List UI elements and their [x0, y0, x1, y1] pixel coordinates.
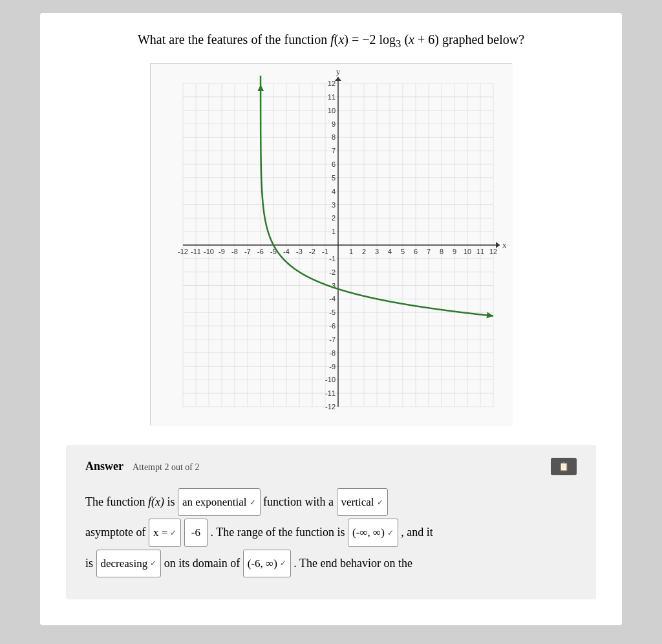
range-dropdown[interactable]: (-∞, ∞) ✓: [348, 519, 398, 546]
line3-end: . The end behavior on the: [294, 557, 412, 570]
line3-start: is: [85, 557, 96, 570]
hint-button[interactable]: 📋: [551, 458, 577, 475]
answer-line-3: is decreasing ✓ on its domain of (-6, ∞)…: [85, 550, 577, 577]
behavior-dropdown[interactable]: decreasing ✓: [96, 550, 162, 577]
chevron-down-icon-6: ✓: [280, 555, 286, 572]
line2-cont: . The range of the function is: [211, 526, 348, 539]
x-equals-dropdown[interactable]: x = ✓: [149, 519, 181, 546]
line1-cont: function with a: [263, 495, 336, 508]
answer-section: Answer Attempt 2 out of 2 📋 The function…: [66, 445, 596, 599]
line1-mid: is: [167, 495, 178, 508]
answer-header: Answer Attempt 2 out of 2 📋: [85, 458, 577, 475]
attempt-text: Attempt 2 out of 2: [133, 462, 199, 472]
line2-start: asymptote of: [85, 526, 149, 539]
line1-start: The function: [85, 495, 148, 508]
chevron-down-icon-3: ✓: [170, 524, 176, 541]
fx-symbol: f(x): [148, 495, 164, 508]
answer-line-1: The function f(x) is an exponential ✓ fu…: [85, 488, 577, 516]
answer-label-group: Answer Attempt 2 out of 2: [85, 460, 199, 473]
domain-dropdown[interactable]: (-6, ∞) ✓: [243, 550, 291, 577]
question-title: What are the features of the function f(…: [66, 32, 596, 50]
chevron-down-icon-4: ✓: [387, 524, 394, 541]
line2-end: , and it: [401, 526, 433, 539]
graph-container: [66, 63, 596, 425]
line3-mid: on its domain of: [164, 557, 243, 570]
graph-area: [150, 63, 512, 425]
answer-line-2: asymptote of x = ✓ -6 . The range of the…: [85, 519, 577, 546]
asymptote-type-dropdown[interactable]: vertical ✓: [337, 488, 388, 516]
function-type-dropdown[interactable]: an exponential ✓: [178, 488, 261, 516]
chevron-down-icon: ✓: [250, 494, 256, 511]
answer-body: The function f(x) is an exponential ✓ fu…: [85, 488, 577, 577]
chevron-down-icon-2: ✓: [377, 494, 383, 511]
answer-label: Answer: [85, 460, 123, 473]
chevron-down-icon-5: ✓: [150, 555, 156, 572]
asymptote-value-box: -6: [184, 519, 208, 546]
